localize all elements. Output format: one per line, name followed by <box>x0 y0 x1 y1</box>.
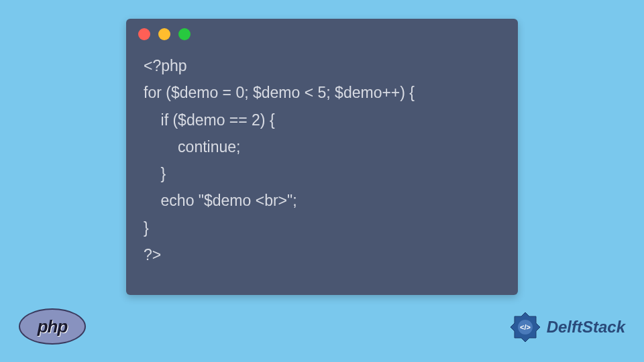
maximize-icon <box>178 28 191 40</box>
delftstack-icon: </> <box>508 310 543 345</box>
window-controls <box>126 19 518 46</box>
code-window: <?php for ($demo = 0; $demo < 5; $demo++… <box>126 19 518 295</box>
php-logo: php <box>19 308 86 345</box>
close-icon <box>138 28 150 40</box>
delftstack-text: DelftStack <box>547 318 625 337</box>
php-logo-text: php <box>38 316 68 337</box>
minimize-icon <box>158 28 170 40</box>
php-logo-ellipse: php <box>19 308 86 345</box>
svg-text:</>: </> <box>520 323 531 331</box>
delftstack-logo: </> DelftStack <box>508 310 625 345</box>
code-content: <?php for ($demo = 0; $demo < 5; $demo++… <box>126 46 518 275</box>
